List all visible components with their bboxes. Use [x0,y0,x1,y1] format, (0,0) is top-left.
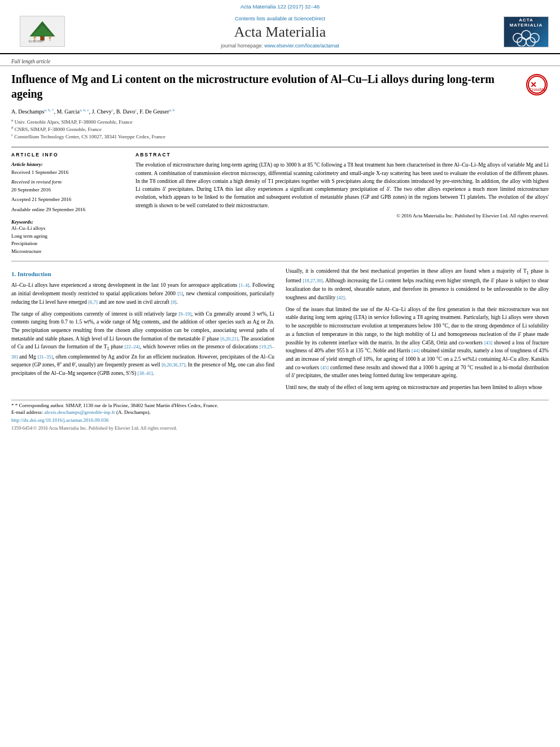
online-date: Available online 29 September 2016 [11,206,124,214]
keyword-2: Long term ageing [11,233,124,241]
footnote-email: E-mail address: alexis.deschamps@grenobl… [11,409,549,415]
affiliation-c: c Constellium Technology Center, CS 1002… [11,133,549,139]
doi-line[interactable]: http://dx.doi.org/10.1016/j.actamat.2016… [0,416,560,424]
svg-point-8 [513,33,522,42]
keyword-3: Precipitation [11,240,124,248]
body-col2-p2: One of the issues that limited the use o… [286,305,549,380]
abstract-heading: ABSTRACT [135,152,549,158]
crossmark-button[interactable]: ✕ CrossMark [526,74,549,97]
keyword-4: Microstructure [11,248,124,256]
body-col-left: 1. Introduction Al–Cu–Li alloys have exp… [11,267,274,395]
section-divider-2 [11,261,549,261]
article-title-section: Influence of Mg and Li content on the mi… [0,66,560,106]
svg-point-5 [49,36,51,39]
keywords-label: Keywords: [11,219,124,225]
article-history: Article history: Received 1 September 20… [11,161,124,213]
journal-citation: Acta Materialia 122 (2017) 32–46 [0,0,560,11]
affiliation-b: b CNRS, SIMAP, F-38000 Grenoble, France [11,125,549,132]
authors-section: A. Deschampsa, b, *, M. Garciaa, b, c, J… [0,106,560,142]
footnote-corresponding: * * Corresponding author. SIMAP, 1130 ru… [11,403,549,408]
article-title: Influence of Mg and Li content on the mi… [11,72,526,101]
article-type: Full length article [0,54,560,66]
abstract-col: ABSTRACT The evolution of microstructure… [135,152,549,255]
author-degeuser: F. De Geuser [139,108,169,115]
rights-line: 1359-6454/© 2016 Acta Materialia Inc. Pu… [0,424,560,432]
svg-point-12 [526,37,535,46]
received-date: Received 1 September 2016 [11,169,124,177]
author-deschamps: A. Deschamps [11,108,44,115]
footnotes-section: * * Corresponding author. SIMAP, 1130 ru… [11,400,549,415]
journal-logo-right: ACTA MATERIALIA [487,16,549,47]
section1-heading: 1. Introduction [11,269,274,279]
svg-text:CrossMark: CrossMark [530,88,546,91]
svg-point-11 [517,37,526,46]
journal-center-info: Contents lists available at ScienceDirec… [73,15,487,49]
body-col2-p3: Until now, the study of the effect of lo… [286,383,549,392]
keyword-1: Al–Cu–Li alloys [11,225,124,233]
svg-text:ELSEVIER: ELSEVIER [29,40,43,43]
info-abstract-section: ARTICLE INFO Article history: Received 1… [0,152,560,255]
history-label: Article history: [11,161,124,169]
svg-rect-6 [50,38,51,41]
elsevier-tree-image: ELSEVIER [20,16,65,47]
elsevier-logo: ELSEVIER [11,16,73,49]
body-col-right: Usually, it is considered that the best … [286,267,549,395]
authors-line: A. Deschampsa, b, *, M. Garciaa, b, c, J… [11,108,549,115]
main-body: 1. Introduction Al–Cu–Li alloys have exp… [0,267,560,395]
affiliations: a Univ. Grenoble Alpes, SIMAP, F-38000 G… [11,118,549,139]
acta-materialia-logo: ACTA MATERIALIA [504,16,549,47]
affiliation-a: a Univ. Grenoble Alpes, SIMAP, F-38000 G… [11,118,549,125]
abstract-text: The evolution of microstructure during l… [135,161,549,209]
section-divider-1 [11,147,549,147]
copyright-line: © 2016 Acta Materialia Inc. Published by… [135,213,549,219]
journal-title: Acta Materialia [73,24,487,41]
author-garcia: M. Garcia [56,108,80,115]
journal-homepage: journal homepage: www.elsevier.com/locat… [73,43,487,49]
author-chevy: J. Chevy [92,108,112,115]
body-col1-p2: The range of alloy compositions currentl… [11,310,274,378]
keywords-section: Keywords: Al–Cu–Li alloys Long term agei… [11,219,124,255]
revised-date: Received in revised form 20 September 20… [11,178,124,194]
body-col1-p1: Al–Cu–Li alloys have experienced a stron… [11,281,274,306]
article-info-heading: ARTICLE INFO [11,152,124,158]
accepted-date: Accepted 21 September 2016 [11,196,124,204]
svg-point-10 [530,33,539,42]
body-col2-p1: Usually, it is considered that the best … [286,267,549,302]
article-info-col: ARTICLE INFO Article history: Received 1… [11,152,124,255]
svg-point-3 [33,36,36,39]
svg-point-9 [522,30,531,40]
sciencedirect-link[interactable]: Contents lists available at ScienceDirec… [73,15,487,21]
journal-header: ELSEVIER Contents lists available at Sci… [0,11,560,54]
author-davo: B. Davo [116,108,135,115]
